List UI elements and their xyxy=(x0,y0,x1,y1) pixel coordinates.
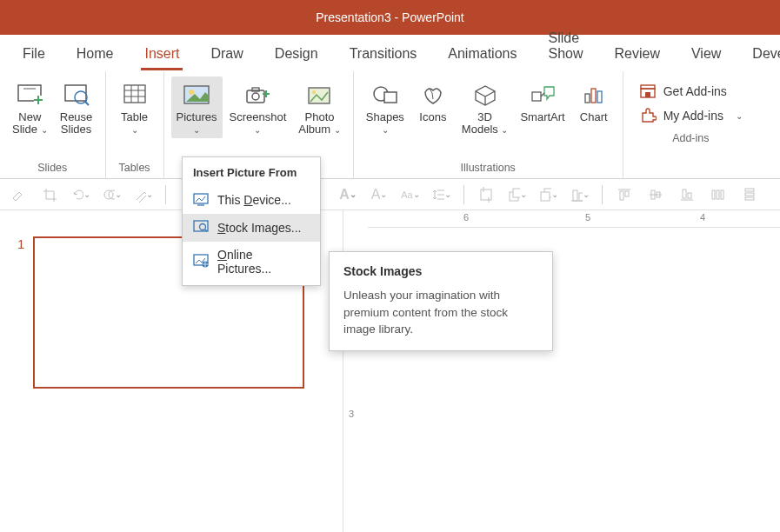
text-outline-icon[interactable]: A⌄ xyxy=(370,185,389,204)
svg-point-64 xyxy=(200,224,206,230)
svg-rect-30 xyxy=(645,92,650,97)
send-back-icon[interactable]: ⌄ xyxy=(539,185,558,204)
pen-icon[interactable]: ⌄ xyxy=(134,185,153,204)
group-addins: Get Add-ins My Add-ins ⌄ Add-ins xyxy=(623,71,758,178)
3d-models-button[interactable]: 3D Models ⌄ xyxy=(457,76,514,138)
title-text: Presentation3 - PowerPoint xyxy=(316,10,463,24)
tab-view[interactable]: View xyxy=(676,37,737,70)
icons-label: Icons xyxy=(419,111,446,123)
smartart-button[interactable]: SmartArt xyxy=(515,76,570,125)
svg-rect-40 xyxy=(513,189,520,197)
chart-icon xyxy=(579,80,609,110)
format-toolbar: ⌄ ⌄ ⌄ A⌄ A⌄ Aa⌄ ⌄ ⌄ ⌄ ⌄ xyxy=(0,179,780,210)
new-slide-label: New Slide xyxy=(12,110,41,136)
svg-rect-29 xyxy=(641,85,655,89)
title-bar: Presentation3 - PowerPoint xyxy=(0,0,780,35)
screenshot-icon xyxy=(243,80,272,110)
tooltip-title: Stock Images xyxy=(343,264,538,278)
tab-transitions[interactable]: Transitions xyxy=(334,37,433,70)
tab-developer[interactable]: Develo xyxy=(737,37,780,70)
chart-label: Chart xyxy=(580,111,608,123)
chart-button[interactable]: Chart xyxy=(572,76,616,125)
align-bottom-icon[interactable] xyxy=(677,185,697,204)
group-slides-label: Slides xyxy=(7,160,98,176)
caret-icon: ⌄ xyxy=(382,125,389,135)
svg-rect-5 xyxy=(65,85,86,101)
smartart-icon xyxy=(528,80,557,110)
caret-icon: ⌄ xyxy=(501,125,508,135)
tab-slideshow[interactable]: Slide Show xyxy=(532,22,598,70)
align-icon[interactable]: ⌄ xyxy=(570,185,590,204)
dist-v-icon[interactable] xyxy=(740,185,759,204)
svg-rect-26 xyxy=(591,89,596,103)
svg-rect-59 xyxy=(745,193,754,196)
tab-animations[interactable]: Animations xyxy=(432,37,532,70)
align-top-icon[interactable] xyxy=(615,185,634,204)
caret-icon: ⌄ xyxy=(254,125,261,135)
ribbon-tabs: File Home Insert Draw Design Transitions… xyxy=(0,35,780,71)
shapes-button[interactable]: Shapes⌄ xyxy=(361,76,410,138)
svg-point-21 xyxy=(312,90,316,94)
align-middle-icon[interactable] xyxy=(646,185,665,204)
icons-button[interactable]: Icons xyxy=(411,76,455,125)
shapes-label: Shapes xyxy=(366,110,404,123)
svg-point-16 xyxy=(252,93,259,100)
online-icon xyxy=(193,254,209,269)
caret-icon: ⌄ xyxy=(193,125,200,135)
dist-h-icon[interactable] xyxy=(709,185,728,204)
table-button[interactable]: Table⌄ xyxy=(113,76,157,138)
bring-front-icon[interactable]: ⌄ xyxy=(508,185,527,204)
line-spacing-icon[interactable]: ⌄ xyxy=(432,185,451,204)
group-tables-label: Tables xyxy=(113,160,157,176)
svg-rect-23 xyxy=(384,92,397,103)
smartart-label: SmartArt xyxy=(520,111,564,123)
crop2-icon[interactable] xyxy=(477,185,496,204)
rotate-icon[interactable]: ⌄ xyxy=(71,185,90,204)
photo-album-label: Photo Album xyxy=(298,110,334,136)
svg-rect-58 xyxy=(745,189,754,191)
pictures-button[interactable]: Pictures⌄ xyxy=(171,76,223,138)
get-addins-label: Get Add-ins xyxy=(663,84,727,98)
new-slide-button[interactable]: New Slide ⌄ xyxy=(7,76,53,138)
svg-rect-48 xyxy=(625,191,629,196)
dropdown-item-this-device[interactable]: This Device... xyxy=(183,186,320,214)
thumbnail-number: 1 xyxy=(17,236,24,389)
font-size-icon[interactable]: Aa⌄ xyxy=(401,185,420,204)
tab-draw[interactable]: Draw xyxy=(195,37,258,70)
store-icon xyxy=(639,83,657,99)
table-label: Table xyxy=(121,110,148,123)
tab-review[interactable]: Review xyxy=(598,37,675,70)
svg-rect-8 xyxy=(124,85,145,103)
tab-design[interactable]: Design xyxy=(259,37,334,70)
svg-rect-43 xyxy=(573,190,577,201)
dropdown-item-stock-images[interactable]: Stock Images... xyxy=(183,214,320,242)
tab-insert[interactable]: Insert xyxy=(129,37,195,70)
tab-file[interactable]: File xyxy=(7,37,61,70)
ruler-horizontal: 6 5 4 xyxy=(368,210,780,228)
tab-home[interactable]: Home xyxy=(61,37,130,70)
overlap-icon[interactable]: ⌄ xyxy=(103,185,122,204)
group-slides: New Slide ⌄ Reuse Slides Slides xyxy=(0,71,106,178)
reuse-slides-button[interactable]: Reuse Slides xyxy=(55,76,98,138)
photo-album-icon xyxy=(305,80,335,110)
get-addins-button[interactable]: Get Add-ins xyxy=(639,83,743,99)
paint-icon[interactable] xyxy=(9,185,28,204)
svg-rect-61 xyxy=(194,194,208,203)
dropdown-item-online-pictures[interactable]: Online Pictures... xyxy=(183,242,320,282)
crop-icon[interactable] xyxy=(40,185,59,204)
reuse-slides-icon xyxy=(62,80,91,110)
pictures-dropdown: Insert Picture From This Device... Stock… xyxy=(182,156,321,286)
tooltip-stock-images: Stock Images Unleash your imagination wi… xyxy=(329,251,553,351)
my-addins-button[interactable]: My Add-ins ⌄ xyxy=(639,108,743,123)
text-fill-icon[interactable]: A⌄ xyxy=(338,185,357,204)
svg-point-14 xyxy=(189,90,194,95)
photo-album-button[interactable]: Photo Album ⌄ xyxy=(293,76,345,138)
group-tables: Table⌄ Tables xyxy=(106,71,164,178)
device-icon xyxy=(193,192,209,208)
stock-icon xyxy=(193,220,209,236)
new-slide-icon xyxy=(15,80,44,110)
svg-rect-15 xyxy=(247,90,264,103)
screenshot-button[interactable]: Screenshot⌄ xyxy=(224,76,292,138)
caret-icon: ⌄ xyxy=(131,125,138,135)
svg-rect-54 xyxy=(688,193,691,198)
